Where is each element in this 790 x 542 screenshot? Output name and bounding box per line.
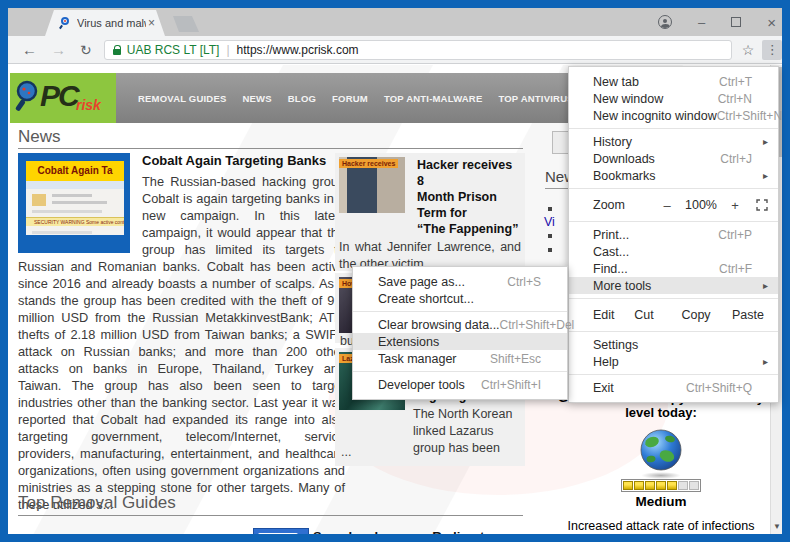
submenu-item-create-shortcut[interactable]: Create shortcut... bbox=[353, 290, 567, 307]
nav-blog[interactable]: BLOG bbox=[280, 93, 324, 104]
menu-separator bbox=[569, 331, 778, 332]
titlebar: Virus and malware remov × – × bbox=[8, 8, 782, 36]
submenu-arrow-icon: ▸ bbox=[763, 280, 768, 291]
menu-item-more-tools[interactable]: More tools▸ bbox=[569, 277, 778, 294]
submenu-arrow-icon: ▸ bbox=[763, 170, 768, 181]
zoom-out-button[interactable]: – bbox=[654, 198, 680, 213]
menu-separator bbox=[353, 311, 567, 312]
menu-item-exit[interactable]: ExitCtrl+Shift+Q bbox=[569, 379, 778, 396]
reload-icon[interactable]: ↻ bbox=[80, 42, 92, 58]
forward-icon: → bbox=[51, 41, 66, 58]
news-rule bbox=[18, 148, 523, 149]
menu-item-history[interactable]: History▸ bbox=[569, 133, 778, 150]
top-guides-rule bbox=[18, 515, 523, 516]
secure-lock-icon bbox=[113, 45, 121, 55]
nav-removal-guides[interactable]: REMOVAL GUIDES bbox=[130, 93, 235, 104]
top-guides-heading: Top Removal Guides bbox=[18, 493, 176, 513]
menu-separator bbox=[569, 374, 778, 375]
submenu-arrow-icon: ▸ bbox=[763, 356, 768, 367]
activity-meter bbox=[621, 479, 701, 492]
cobalt-thumb-banner: Cobalt Again Ta bbox=[26, 161, 124, 181]
article-lazarus-body: The North Korean linked Lazarus group ha… bbox=[413, 406, 521, 457]
menu-item-edit: Edit Cut Copy Paste bbox=[569, 303, 778, 327]
magnifier-icon bbox=[14, 79, 40, 113]
guide-thumbnail[interactable] bbox=[253, 528, 309, 534]
article-hacker-title[interactable]: Hacker receives 8 Month Prison Term for … bbox=[417, 157, 521, 237]
globe-icon bbox=[639, 428, 683, 476]
menu-separator bbox=[569, 221, 778, 222]
menu-separator bbox=[569, 298, 778, 299]
tab-title: Virus and malware remov bbox=[77, 17, 146, 29]
more-tools-submenu: Save page as...Ctrl+S Create shortcut...… bbox=[352, 266, 568, 400]
activity-widget: Global virus and spyware activity level … bbox=[545, 390, 777, 534]
pcrisk-logo[interactable]: PC risk bbox=[10, 73, 116, 123]
submenu-item-task-manager[interactable]: Task managerShift+Esc bbox=[353, 350, 567, 367]
submenu-item-developer-tools[interactable]: Developer toolsCtrl+Shift+I bbox=[353, 376, 567, 393]
hacker-thumb-banner: Hacker receives bbox=[339, 159, 398, 168]
zoom-in-button[interactable]: + bbox=[722, 198, 748, 213]
activity-level: Medium bbox=[545, 494, 777, 509]
article-cobalt-thumbnail[interactable]: Cobalt Again Ta SECURITY WARNING Some ac… bbox=[18, 153, 130, 253]
edit-cut-button[interactable]: Cut bbox=[618, 308, 670, 322]
site-identity: UAB RCS LT [LT] bbox=[127, 43, 220, 57]
profile-icon[interactable] bbox=[658, 15, 672, 29]
submenu-item-clear-browsing-data[interactable]: Clear browsing data...Ctrl+Shift+Del bbox=[353, 316, 567, 333]
news-heading: News bbox=[18, 127, 61, 147]
activity-note: Increased attack rate of infections dete… bbox=[545, 519, 777, 534]
menu-separator bbox=[569, 128, 778, 129]
guide-title[interactable]: Search.yahoo.com Redirect bbox=[313, 529, 484, 534]
logo-text-pc: PC bbox=[40, 79, 78, 113]
nav-top-anti-malware[interactable]: TOP ANTI-MALWARE bbox=[376, 93, 491, 104]
menu-item-find[interactable]: Find...Ctrl+F bbox=[569, 260, 778, 277]
chrome-menu: New tabCtrl+T New windowCtrl+N New incog… bbox=[568, 66, 779, 403]
menu-separator bbox=[569, 188, 778, 189]
submenu-arrow-icon: ▸ bbox=[763, 136, 768, 147]
cobalt-thumb-warning: SECURITY WARNING Some active content ha bbox=[26, 217, 124, 226]
close-window-button[interactable]: × bbox=[767, 15, 776, 30]
submenu-item-save-page-as[interactable]: Save page as...Ctrl+S bbox=[353, 273, 567, 290]
edit-paste-button[interactable]: Paste bbox=[722, 308, 774, 322]
article-cobalt: Cobalt Again Ta SECURITY WARNING Some ac… bbox=[18, 151, 345, 513]
browser-window: Virus and malware remov × – × ← → ↻ UAB … bbox=[8, 8, 782, 534]
menu-separator bbox=[353, 371, 567, 372]
url-text: https://www.pcrisk.com bbox=[237, 43, 359, 57]
minimize-button[interactable]: – bbox=[698, 16, 705, 29]
menu-item-downloads[interactable]: DownloadsCtrl+J bbox=[569, 150, 778, 167]
menu-item-zoom: Zoom – 100% + bbox=[569, 193, 778, 217]
submenu-item-extensions[interactable]: Extensions bbox=[353, 333, 567, 350]
sidebar-bullet bbox=[548, 207, 552, 211]
scrollbar-down-icon[interactable]: ▼ bbox=[771, 521, 783, 533]
screenshot-root: Virus and malware remov × – × ← → ↻ UAB … bbox=[0, 0, 790, 542]
menu-item-print[interactable]: Print...Ctrl+P bbox=[569, 226, 778, 243]
back-icon[interactable]: ← bbox=[22, 41, 37, 58]
menu-item-help[interactable]: Help▸ bbox=[569, 353, 778, 370]
article-hacker-thumbnail: Hacker receives bbox=[339, 157, 405, 213]
article-lazarus-more: ... bbox=[341, 444, 351, 461]
fullscreen-icon[interactable] bbox=[756, 199, 768, 211]
edit-copy-button[interactable]: Copy bbox=[670, 308, 722, 322]
bookmark-star-icon[interactable]: ☆ bbox=[742, 42, 755, 58]
maximize-button[interactable] bbox=[731, 17, 741, 27]
url-bar[interactable]: UAB RCS LT [LT] | https://www.pcrisk.com bbox=[104, 40, 732, 60]
article-hacker-card[interactable]: Hacker receives Hacker receives 8 Month … bbox=[335, 153, 525, 271]
nav-forum[interactable]: FORUM bbox=[324, 93, 376, 104]
menu-item-new-incognito-window[interactable]: New incognito windowCtrl+Shift+N bbox=[569, 107, 778, 124]
url-separator: | bbox=[226, 43, 229, 57]
logo-text-risk: risk bbox=[76, 97, 101, 113]
pcrisk-favicon-icon bbox=[59, 17, 71, 29]
sidebar-bullet bbox=[548, 234, 552, 238]
new-tab-button[interactable] bbox=[173, 16, 199, 32]
menu-item-new-tab[interactable]: New tabCtrl+T bbox=[569, 73, 778, 90]
sidebar-bullet bbox=[548, 248, 552, 252]
zoom-value: 100% bbox=[680, 198, 722, 212]
tab-close-icon[interactable]: × bbox=[148, 16, 155, 30]
nav-news[interactable]: NEWS bbox=[235, 93, 280, 104]
menu-item-settings[interactable]: Settings bbox=[569, 336, 778, 353]
menu-item-bookmarks[interactable]: Bookmarks▸ bbox=[569, 167, 778, 184]
sidebar-article-link[interactable]: Vi bbox=[544, 215, 555, 229]
browser-menu-button[interactable]: ⋮ bbox=[762, 40, 782, 60]
toolbar: ← → ↻ UAB RCS LT [LT] | https://www.pcri… bbox=[8, 36, 782, 64]
menu-item-cast[interactable]: Cast... bbox=[569, 243, 778, 260]
menu-item-new-window[interactable]: New windowCtrl+N bbox=[569, 90, 778, 107]
browser-tab[interactable]: Virus and malware remov × bbox=[45, 10, 165, 36]
